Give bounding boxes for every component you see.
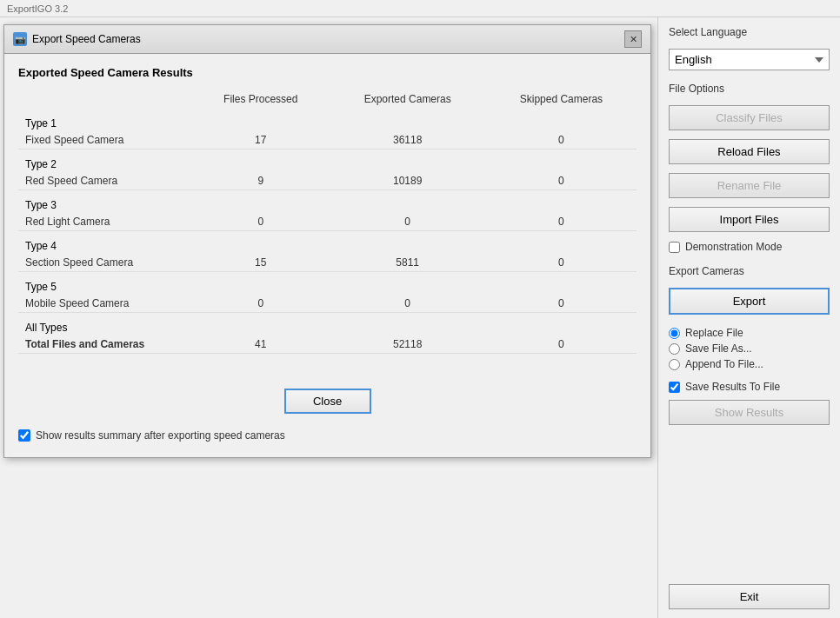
type-header-4: Type 5 — [18, 272, 637, 296]
modal-overlay: 📷 Export Speed Cameras ✕ Exported Speed … — [3, 24, 654, 611]
modal-footer: Close Show results summary after exporti… — [4, 380, 650, 457]
row-exported-5: 52118 — [330, 336, 486, 354]
demo-mode-label: Demonstration Mode — [685, 241, 782, 253]
file-options-label: File Options — [669, 83, 830, 95]
save-file-as-label: Save File As... — [685, 342, 752, 355]
row-type-name-1: Red Speed Camera — [18, 172, 192, 190]
row-exported-0: 36118 — [330, 131, 486, 150]
rename-file-button[interactable]: Rename File — [669, 173, 830, 198]
modal-body: Exported Speed Camera Results Files Proc… — [4, 54, 650, 380]
save-results-label: Save Results To File — [685, 381, 780, 393]
left-panel: 📷 Export Speed Cameras ✕ Exported Speed … — [0, 17, 657, 618]
demo-mode-checkbox[interactable] — [669, 242, 680, 253]
section-title: Exported Speed Camera Results — [18, 66, 637, 79]
modal-title-left: 📷 Export Speed Cameras — [13, 32, 141, 46]
spacer — [669, 434, 830, 577]
language-select[interactable]: English German French Spanish Italian — [669, 49, 830, 70]
export-cameras-label: Export Cameras — [669, 265, 830, 277]
type-header-1: Type 2 — [18, 150, 637, 173]
save-results-row: Save Results To File — [669, 381, 830, 393]
save-file-as-row: Save File As... — [669, 342, 830, 355]
table-row: Red Light Camera000 — [18, 213, 637, 231]
table-row: Total Files and Cameras41521180 — [18, 336, 637, 354]
row-type-name-3: Section Speed Camera — [18, 254, 192, 272]
row-skipped-1: 0 — [486, 172, 637, 190]
append-to-file-radio[interactable] — [669, 359, 680, 370]
modal-titlebar: 📷 Export Speed Cameras ✕ — [4, 25, 650, 54]
row-files-5: 41 — [192, 336, 330, 354]
replace-file-label: Replace File — [685, 327, 743, 339]
app-title: ExportIGO 3.2 — [7, 3, 68, 14]
col-header-exported: Exported Cameras — [330, 90, 486, 109]
row-files-3: 15 — [192, 254, 330, 272]
row-exported-4: 0 — [330, 295, 486, 313]
export-button[interactable]: Export — [669, 288, 830, 315]
show-summary-checkbox[interactable] — [18, 429, 30, 442]
import-files-button[interactable]: Import Files — [669, 207, 830, 232]
title-bar: ExportIGO 3.2 — [0, 0, 840, 17]
row-exported-3: 5811 — [330, 254, 486, 272]
replace-file-row: Replace File — [669, 327, 830, 339]
row-files-2: 0 — [192, 213, 330, 231]
type-header-5: All Types — [18, 313, 637, 336]
modal-app-icon: 📷 — [13, 32, 27, 46]
save-file-as-radio[interactable] — [669, 343, 680, 355]
replace-file-radio[interactable] — [669, 328, 680, 339]
row-skipped-3: 0 — [486, 254, 637, 272]
save-results-checkbox[interactable] — [669, 382, 680, 393]
table-row: Red Speed Camera9101890 — [18, 172, 637, 190]
row-files-1: 9 — [192, 172, 330, 190]
modal-title: Export Speed Cameras — [32, 33, 141, 45]
file-mode-radio-group: Replace File Save File As... Append To F… — [669, 327, 830, 370]
row-skipped-4: 0 — [486, 295, 637, 313]
table-row: Section Speed Camera1558110 — [18, 254, 637, 272]
row-type-name-5: Total Files and Cameras — [18, 336, 192, 354]
results-table: Files Processed Exported Cameras Skipped… — [18, 90, 637, 354]
row-skipped-0: 0 — [486, 131, 637, 150]
type-header-2: Type 3 — [18, 190, 637, 214]
classify-files-button[interactable]: Classify Files — [669, 105, 830, 130]
append-to-file-label: Append To File... — [685, 358, 763, 370]
language-label: Select Language — [669, 26, 830, 38]
type-header-0: Type 1 — [18, 109, 637, 131]
show-results-button[interactable]: Show Results — [669, 400, 830, 425]
table-row: Mobile Speed Camera000 — [18, 295, 637, 313]
close-button[interactable]: Close — [284, 389, 371, 414]
row-files-4: 0 — [192, 295, 330, 313]
row-exported-1: 10189 — [330, 172, 486, 190]
row-type-name-2: Red Light Camera — [18, 213, 192, 231]
table-row: Fixed Speed Camera17361180 — [18, 131, 637, 150]
modal-dialog: 📷 Export Speed Cameras ✕ Exported Speed … — [3, 24, 651, 458]
row-exported-2: 0 — [330, 213, 486, 231]
show-summary-checkbox-row: Show results summary after exporting spe… — [18, 426, 637, 445]
row-files-0: 17 — [192, 131, 330, 150]
exit-button[interactable]: Exit — [669, 584, 830, 609]
type-header-3: Type 4 — [18, 231, 637, 255]
modal-close-button[interactable]: ✕ — [624, 30, 642, 48]
row-skipped-5: 0 — [486, 336, 637, 354]
main-container: 📷 Export Speed Cameras ✕ Exported Speed … — [0, 17, 840, 618]
col-header-files: Files Processed — [192, 90, 330, 109]
right-panel: Select Language English German French Sp… — [657, 17, 840, 618]
close-button-row: Close — [18, 389, 637, 414]
col-header-1 — [18, 90, 192, 109]
show-summary-label: Show results summary after exporting spe… — [36, 429, 285, 442]
reload-files-button[interactable]: Reload Files — [669, 139, 830, 164]
demo-mode-row: Demonstration Mode — [669, 241, 830, 253]
row-type-name-0: Fixed Speed Camera — [18, 131, 192, 150]
col-header-skipped: Skipped Cameras — [486, 90, 637, 109]
row-type-name-4: Mobile Speed Camera — [18, 295, 192, 313]
row-skipped-2: 0 — [486, 213, 637, 231]
append-to-file-row: Append To File... — [669, 358, 830, 370]
